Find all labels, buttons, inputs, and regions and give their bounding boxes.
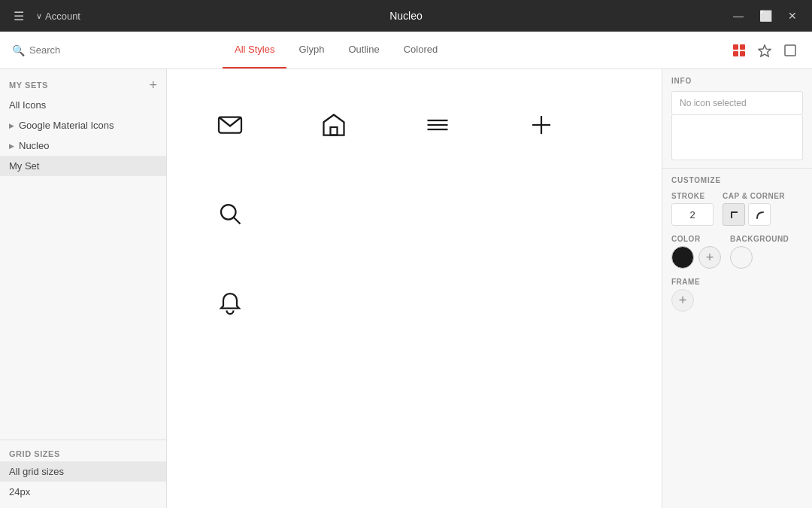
account-button[interactable]: ∨ Account bbox=[36, 11, 80, 22]
sidebar-item-my-set-label: My Set bbox=[9, 160, 39, 172]
sidebar-item-nucleo[interactable]: ▶ Nucleo bbox=[0, 135, 166, 156]
topbar: 🔍 All Styles Glyph Outline Colored bbox=[0, 32, 812, 69]
tab-outline-label: Outline bbox=[348, 44, 379, 55]
customize-section: CUSTOMIZE STROKE CAP & CORNER bbox=[662, 169, 812, 319]
grid-sizes-section: GRID SIZES All grid sizes 24px bbox=[0, 440, 166, 508]
no-icon-selected-text: No icon selected bbox=[671, 91, 803, 115]
background-group: BACKGROUND bbox=[730, 235, 789, 269]
search-input[interactable] bbox=[29, 44, 150, 56]
my-sets-header: MY SETS + bbox=[0, 75, 166, 95]
cap-corner-group: CAP & CORNER bbox=[723, 192, 785, 226]
color-white-swatch[interactable] bbox=[730, 246, 753, 269]
list-item[interactable] bbox=[493, 84, 589, 166]
frame-group: FRAME + bbox=[671, 278, 803, 312]
svg-rect-0 bbox=[733, 44, 738, 50]
color-group: COLOR + bbox=[671, 235, 721, 269]
color-swatches: + bbox=[671, 246, 721, 269]
window-icon bbox=[783, 44, 797, 57]
list-item[interactable] bbox=[182, 173, 278, 254]
bell-icon bbox=[217, 289, 244, 316]
stroke-group: STROKE bbox=[671, 192, 714, 226]
add-frame-button[interactable]: + bbox=[671, 289, 694, 312]
color-label: COLOR bbox=[671, 235, 721, 243]
stroke-label: STROKE bbox=[671, 192, 714, 200]
tabs: All Styles Glyph Outline Colored bbox=[223, 32, 450, 68]
grid-sizes-header: GRID SIZES bbox=[0, 446, 166, 461]
restore-button[interactable]: ⬜ bbox=[755, 5, 776, 26]
stroke-row: STROKE CAP & CORNER bbox=[671, 192, 803, 226]
sidebar: MY SETS + All Icons ▶ Google Material Ic… bbox=[0, 69, 167, 508]
color-black-swatch[interactable] bbox=[671, 246, 694, 269]
info-section-title: INFO bbox=[671, 77, 803, 85]
icon-grid bbox=[167, 69, 662, 508]
square-cap-icon bbox=[728, 208, 740, 221]
color-row: COLOR + BACKGROUND bbox=[671, 235, 803, 269]
sidebar-item-google-material-label: Google Material Icons bbox=[19, 120, 114, 131]
list-item[interactable] bbox=[389, 84, 486, 166]
square-cap-button[interactable] bbox=[723, 203, 745, 226]
hamburger-menu-icon bbox=[424, 111, 451, 138]
sidebar-item-all-grid[interactable]: All grid sizes bbox=[0, 461, 166, 482]
customize-title: CUSTOMIZE bbox=[671, 176, 803, 184]
svg-rect-2 bbox=[733, 51, 738, 56]
tab-glyph-label: Glyph bbox=[298, 44, 324, 55]
titlebar: ☰ ∨ Account Nucleo — ⬜ ✕ bbox=[0, 0, 812, 32]
favorites-button[interactable] bbox=[755, 41, 774, 60]
triangle-icon: ▶ bbox=[9, 122, 14, 129]
tab-outline[interactable]: Outline bbox=[336, 32, 391, 68]
list-item[interactable] bbox=[182, 84, 278, 166]
menu-button[interactable]: ☰ bbox=[9, 6, 29, 26]
list-item[interactable] bbox=[286, 84, 382, 166]
grid-icon bbox=[732, 44, 746, 57]
plus-icon bbox=[528, 111, 555, 138]
grid-sizes-label: GRID SIZES bbox=[9, 449, 60, 458]
svg-rect-3 bbox=[740, 51, 745, 56]
round-cap-icon bbox=[753, 208, 765, 221]
hamburger-icon: ☰ bbox=[14, 10, 24, 23]
sidebar-item-all-icons-label: All Icons bbox=[9, 99, 46, 111]
sidebar-item-nucleo-label: Nucleo bbox=[19, 140, 49, 151]
grid-view-button[interactable] bbox=[729, 41, 749, 60]
window-controls: — ⬜ ✕ bbox=[728, 5, 803, 26]
search-icon-grid bbox=[217, 200, 244, 227]
frame-label: FRAME bbox=[671, 278, 803, 286]
info-preview bbox=[671, 115, 803, 160]
info-section: INFO No icon selected bbox=[662, 69, 812, 169]
window-button[interactable] bbox=[780, 41, 800, 60]
app-body: 🔍 All Styles Glyph Outline Colored bbox=[0, 32, 812, 508]
tab-glyph[interactable]: Glyph bbox=[286, 32, 336, 68]
sidebar-item-google-material[interactable]: ▶ Google Material Icons bbox=[0, 115, 166, 135]
sidebar-item-24px-label: 24px bbox=[9, 486, 30, 497]
cap-corner-label: CAP & CORNER bbox=[723, 192, 785, 200]
svg-point-13 bbox=[221, 205, 236, 220]
stroke-input[interactable] bbox=[671, 203, 714, 226]
close-button[interactable]: ✕ bbox=[782, 5, 803, 26]
background-swatches bbox=[730, 246, 789, 269]
tab-all-styles-label: All Styles bbox=[235, 44, 274, 55]
tab-colored[interactable]: Colored bbox=[392, 32, 450, 68]
star-icon bbox=[758, 44, 771, 57]
svg-rect-1 bbox=[740, 44, 745, 50]
search-icon: 🔍 bbox=[12, 44, 25, 56]
sidebar-item-all-grid-label: All grid sizes bbox=[9, 466, 64, 477]
sidebar-item-24px[interactable]: 24px bbox=[0, 482, 166, 502]
sidebar-item-all-icons[interactable]: All Icons bbox=[0, 95, 166, 115]
tab-all-styles[interactable]: All Styles bbox=[223, 32, 286, 68]
sidebar-item-my-set[interactable]: My Set bbox=[0, 156, 166, 176]
account-label: Account bbox=[45, 11, 80, 22]
app-title: Nucleo bbox=[389, 10, 423, 22]
round-cap-button[interactable] bbox=[748, 203, 771, 226]
add-color-button[interactable]: + bbox=[698, 246, 721, 269]
titlebar-left: ☰ ∨ Account bbox=[9, 6, 80, 26]
list-item[interactable] bbox=[182, 262, 278, 343]
tab-colored-label: Colored bbox=[404, 44, 438, 55]
triangle-icon-2: ▶ bbox=[9, 142, 14, 150]
add-set-button[interactable]: + bbox=[149, 78, 157, 92]
my-sets-section: MY SETS + All Icons ▶ Google Material Ic… bbox=[0, 69, 166, 182]
content-area: MY SETS + All Icons ▶ Google Material Ic… bbox=[0, 69, 812, 508]
svg-rect-7 bbox=[331, 127, 338, 135]
minimize-button[interactable]: — bbox=[728, 5, 749, 26]
right-panel: INFO No icon selected CUSTOMIZE STROKE C… bbox=[662, 69, 812, 508]
svg-marker-4 bbox=[759, 45, 771, 56]
search-area: 🔍 bbox=[12, 44, 177, 56]
